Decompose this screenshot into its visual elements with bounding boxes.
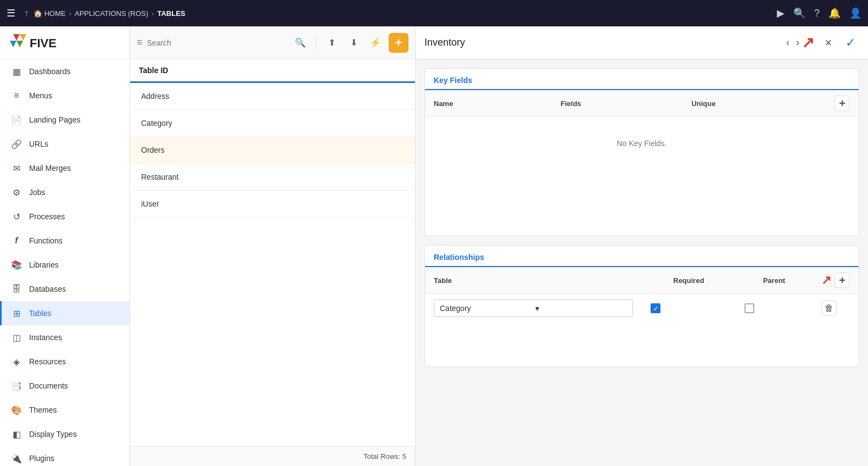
sidebar: FIVE ▦ Dashboards ≡ Menus 📄 Landing Page… <box>0 26 130 466</box>
rel-dropdown-chevron: ▾ <box>535 304 628 313</box>
breadcrumb: 🏠 HOME › APPLICATIONS (ROS) › TABLES <box>33 9 185 18</box>
sidebar-item-jobs[interactable]: ⚙ Jobs <box>0 180 130 204</box>
sidebar-item-menus[interactable]: ≡ Menus <box>0 84 130 108</box>
kf-col-name: Name <box>425 90 552 117</box>
breadcrumb-applications[interactable]: APPLICATIONS (ROS) <box>75 9 148 18</box>
middle-toolbar: ≡ 🔍 ⬆ ⬇ ⚡ + <box>130 26 415 59</box>
play-icon[interactable]: ▶ <box>777 7 785 19</box>
sidebar-label-resources: Resources <box>29 357 66 366</box>
annotation-arrow-add: ↗ <box>821 273 831 287</box>
tables-icon: ⊞ <box>10 307 23 319</box>
no-key-fields-message: No Key Fields. <box>425 117 859 170</box>
sidebar-item-documents[interactable]: 📑 Documents <box>0 374 130 398</box>
key-fields-title: Key Fields <box>434 76 472 89</box>
key-fields-spacer <box>425 170 859 236</box>
next-arrow[interactable]: › <box>794 36 802 49</box>
top-bar-left: ☰ ↑ 🏠 HOME › APPLICATIONS (ROS) › TABLES <box>7 7 772 19</box>
sidebar-item-display-types[interactable]: ◧ Display Types <box>0 422 130 446</box>
top-bar: ☰ ↑ 🏠 HOME › APPLICATIONS (ROS) › TABLES… <box>0 0 868 26</box>
mail-merges-icon: ✉ <box>10 162 23 174</box>
required-checkbox[interactable]: ✓ <box>651 303 660 313</box>
jobs-icon: ⚙ <box>10 186 23 198</box>
sidebar-item-functions[interactable]: f Functions <box>0 229 130 253</box>
sidebar-item-dashboards[interactable]: ▦ Dashboards <box>0 59 130 84</box>
sidebar-item-plugins[interactable]: 🔌 Plugins <box>0 446 130 466</box>
dashboards-icon: ▦ <box>10 65 23 77</box>
search-icon[interactable]: 🔍 <box>292 34 309 52</box>
breadcrumb-sep-2: › <box>152 9 154 18</box>
hamburger-icon[interactable]: ☰ <box>7 7 15 19</box>
export-icon[interactable]: ⬆ <box>323 34 340 52</box>
rel-table-dropdown-cell: Category ▾ <box>425 294 642 323</box>
sidebar-item-landing-pages[interactable]: 📄 Landing Pages <box>0 108 130 132</box>
kf-col-fields: Fields <box>552 90 682 117</box>
notifications-icon[interactable]: 🔔 <box>828 7 841 19</box>
kf-col-unique: Unique <box>682 90 826 117</box>
sidebar-label-themes: Themes <box>29 406 57 414</box>
parent-checkbox[interactable] <box>744 303 754 313</box>
sidebar-item-processes[interactable]: ↺ Processes <box>0 204 130 229</box>
landing-pages-icon: 📄 <box>10 114 23 126</box>
sidebar-label-libraries: Libraries <box>29 260 59 269</box>
sidebar-item-libraries[interactable]: 📚 Libraries <box>0 253 130 277</box>
avatar[interactable]: 👤 <box>849 7 861 19</box>
sidebar-label-plugins: Plugins <box>29 454 54 463</box>
delete-relationship-button[interactable]: 🗑 <box>821 301 837 316</box>
table-row-restaurant[interactable]: Restaurant <box>130 164 415 191</box>
add-button[interactable]: + <box>389 33 408 53</box>
middle-panel: ≡ 🔍 ⬆ ⬇ ⚡ + Table ID Address Category Or… <box>130 26 416 466</box>
sidebar-item-tables[interactable]: ⊞ Tables <box>0 301 130 325</box>
rel-table-value: Category <box>440 304 532 313</box>
table-footer: Total Rows: 5 <box>130 446 415 466</box>
sidebar-item-mail-merges[interactable]: ✉ Mail Merges <box>0 156 130 180</box>
sidebar-item-instances[interactable]: ◫ Instances <box>0 325 130 350</box>
rel-table-dropdown[interactable]: Category ▾ <box>434 299 633 317</box>
table-row-address[interactable]: Address <box>130 83 415 110</box>
key-fields-section: Key Fields Name Fields Unique + <box>424 68 859 236</box>
sidebar-item-databases[interactable]: 🗄 Databases <box>0 277 130 301</box>
relationships-title: Relationships <box>434 253 484 266</box>
sidebar-item-resources[interactable]: ◈ Resources <box>0 350 130 374</box>
back-nav-icon[interactable]: ↑ <box>24 8 29 19</box>
right-header: Inventory ‹ › ↗ × ✓ <box>416 26 868 59</box>
table-row-category[interactable]: Category <box>130 110 415 137</box>
rel-add-header: ↗ + <box>813 267 859 294</box>
confirm-button[interactable]: ✓ <box>842 34 859 52</box>
import-icon[interactable]: ⬇ <box>345 34 362 52</box>
close-button[interactable]: × <box>820 34 837 52</box>
relationship-row: Category ▾ ✓ 🗑 <box>425 294 859 323</box>
breadcrumb-tables[interactable]: TABLES <box>157 9 185 18</box>
sidebar-item-urls[interactable]: 🔗 URLs <box>0 132 130 156</box>
relationships-spacer <box>425 323 859 367</box>
add-key-field-button[interactable]: + <box>835 96 850 111</box>
urls-icon: 🔗 <box>10 138 23 150</box>
key-fields-table: Name Fields Unique + No Key Fields. <box>425 90 859 170</box>
key-fields-empty-row: No Key Fields. <box>425 117 859 170</box>
right-panel-title: Inventory <box>424 37 780 48</box>
help-icon[interactable]: ? <box>814 8 820 19</box>
table-row-orders[interactable]: Orders <box>130 137 415 164</box>
prev-arrow[interactable]: ‹ <box>784 36 792 49</box>
libraries-icon: 📚 <box>10 259 23 271</box>
main-layout: FIVE ▦ Dashboards ≡ Menus 📄 Landing Page… <box>0 26 868 466</box>
breadcrumb-sep-1: › <box>69 9 71 18</box>
sidebar-label-functions: Functions <box>29 236 63 245</box>
relationships-header: Relationships <box>425 246 859 267</box>
sidebar-label-menus: Menus <box>29 91 52 100</box>
kf-add-header: + <box>826 90 859 117</box>
filter-icon[interactable]: ≡ <box>137 37 143 48</box>
lightning-icon[interactable]: ⚡ <box>367 34 384 52</box>
sidebar-item-themes[interactable]: 🎨 Themes <box>0 398 130 422</box>
table-list: Address Category Orders Restaurant iUser <box>130 83 415 446</box>
svg-marker-2 <box>16 41 23 47</box>
svg-marker-3 <box>10 41 16 47</box>
themes-icon: 🎨 <box>10 404 23 416</box>
table-row-iuser[interactable]: iUser <box>130 191 415 218</box>
menus-icon: ≡ <box>10 90 23 102</box>
annotation-arrow-check: ↗ <box>802 35 814 51</box>
add-relationship-button[interactable]: + <box>835 273 850 288</box>
search-input[interactable] <box>147 38 287 47</box>
breadcrumb-home[interactable]: 🏠 HOME <box>33 9 66 18</box>
search-top-icon[interactable]: 🔍 <box>793 7 805 19</box>
rel-required-cell: ✓ <box>642 294 736 323</box>
